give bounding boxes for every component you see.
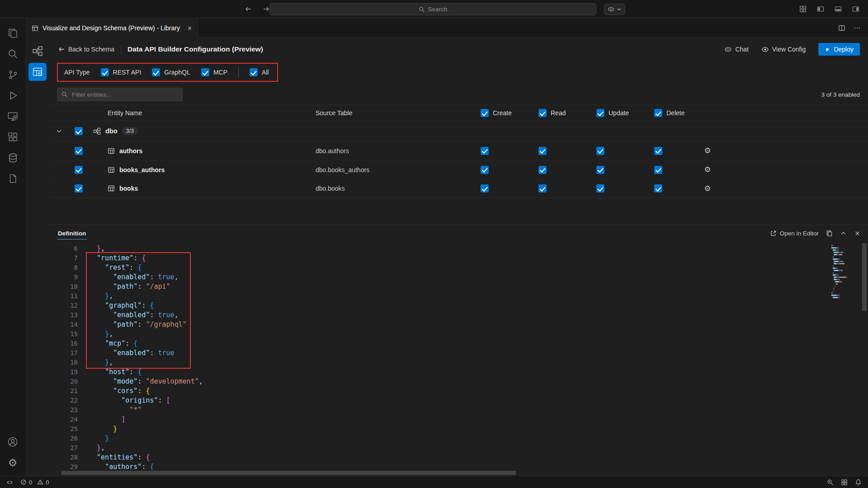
command-center-search[interactable]: Search bbox=[269, 3, 596, 15]
entity-row[interactable]: authors dbo.authors ⚙ bbox=[50, 141, 868, 160]
update-all-checkbox[interactable] bbox=[596, 109, 604, 117]
data-api-builder-icon[interactable] bbox=[28, 63, 47, 81]
json-code-editor[interactable]: 6 },7 "runtime": {8 "rest": {9 "enabled"… bbox=[50, 242, 868, 470]
server-connections-icon[interactable] bbox=[2, 106, 24, 127]
delete-checkbox[interactable] bbox=[654, 147, 662, 155]
code-lines: 6 },7 "runtime": {8 "rest": {9 "enabled"… bbox=[50, 242, 868, 470]
filter-entities-input[interactable] bbox=[71, 91, 178, 99]
entity-checkbox[interactable] bbox=[75, 166, 83, 174]
api-type-options: REST API GraphQL MCP bbox=[101, 68, 228, 76]
delete-checkbox[interactable] bbox=[654, 166, 662, 174]
copy-icon[interactable] bbox=[826, 230, 833, 237]
read-checkbox[interactable] bbox=[538, 147, 547, 155]
entity-settings-gear-icon[interactable]: ⚙ bbox=[704, 147, 711, 155]
warnings-count: 0 bbox=[46, 479, 49, 486]
all-label: All bbox=[262, 69, 269, 76]
minimap[interactable] bbox=[830, 245, 856, 299]
extension-status-icon[interactable] bbox=[841, 479, 848, 486]
collapse-panel-icon[interactable] bbox=[840, 230, 847, 237]
table-icon bbox=[108, 185, 115, 192]
entity-checkbox[interactable] bbox=[75, 184, 83, 192]
update-checkbox[interactable] bbox=[596, 184, 604, 192]
filter-entities-input-box[interactable] bbox=[57, 88, 183, 101]
schema-group-row-dbo[interactable]: dbo 3/3 bbox=[50, 121, 868, 141]
play-icon bbox=[825, 47, 830, 52]
extensions-icon[interactable] bbox=[2, 127, 24, 147]
entity-row[interactable]: books dbo.books ⚙ bbox=[50, 179, 868, 198]
database-projects-icon[interactable] bbox=[2, 168, 24, 189]
back-arrow-icon[interactable] bbox=[243, 4, 253, 14]
chevron-down-icon[interactable] bbox=[50, 128, 68, 135]
run-debug-icon[interactable] bbox=[2, 85, 24, 106]
all-checkbox[interactable] bbox=[250, 68, 258, 76]
update-checkbox[interactable] bbox=[596, 147, 604, 155]
view-config-button[interactable]: View Config bbox=[761, 46, 806, 53]
read-checkbox[interactable] bbox=[538, 166, 547, 174]
delete-all-checkbox[interactable] bbox=[654, 109, 662, 117]
explorer-icon[interactable] bbox=[2, 23, 24, 43]
tab-visualize-design-schema[interactable]: Visualize and Design Schema (Preview) - … bbox=[25, 18, 198, 38]
group-name: dbo bbox=[105, 127, 118, 135]
create-checkbox[interactable] bbox=[481, 166, 489, 174]
column-delete: Delete bbox=[666, 109, 684, 117]
entity-table-header: Entity Name Source Table Create Read Upd… bbox=[50, 105, 868, 121]
create-checkbox[interactable] bbox=[481, 147, 489, 155]
api-type-option[interactable]: MCP bbox=[201, 68, 227, 76]
search-icon[interactable] bbox=[2, 43, 24, 64]
settings-gear-icon[interactable]: ⚙ bbox=[2, 452, 24, 473]
vertical-scrollbar[interactable] bbox=[862, 243, 867, 311]
create-all-checkbox[interactable] bbox=[481, 109, 489, 117]
zoom-status-icon[interactable] bbox=[827, 479, 834, 486]
problems-indicator[interactable]: 0 0 bbox=[20, 479, 49, 486]
api-type-option[interactable]: GraphQL bbox=[152, 68, 190, 76]
entity-settings-gear-icon[interactable]: ⚙ bbox=[704, 166, 711, 174]
divider bbox=[238, 67, 239, 77]
api-type-checkbox[interactable] bbox=[152, 68, 160, 76]
group-checkbox[interactable] bbox=[75, 127, 83, 135]
api-type-checkbox[interactable] bbox=[101, 68, 109, 76]
split-editor-icon[interactable] bbox=[838, 24, 845, 32]
api-option-all[interactable]: All bbox=[250, 68, 269, 76]
read-checkbox[interactable] bbox=[538, 184, 547, 192]
delete-checkbox[interactable] bbox=[654, 184, 662, 192]
api-type-option[interactable]: REST API bbox=[101, 68, 142, 76]
create-checkbox[interactable] bbox=[481, 184, 489, 192]
toggle-panel-icon[interactable] bbox=[833, 4, 843, 14]
database-icon[interactable] bbox=[2, 147, 24, 168]
entity-source-table: dbo.books_authors bbox=[297, 166, 456, 174]
vscode-window: Search bbox=[0, 0, 868, 488]
horizontal-scrollbar[interactable] bbox=[61, 471, 516, 475]
enabled-summary: 3 of 3 enabled bbox=[821, 91, 860, 98]
column-entity-name: Entity Name bbox=[90, 109, 297, 117]
entity-name: authors bbox=[119, 147, 142, 155]
update-checkbox[interactable] bbox=[596, 166, 604, 174]
chat-button[interactable]: Chat bbox=[724, 46, 749, 53]
page-title: Data API Builder Configuration (Preview) bbox=[127, 45, 263, 53]
definition-tab[interactable]: Definition bbox=[57, 225, 87, 241]
account-icon[interactable] bbox=[2, 432, 24, 452]
schema-diagram-icon[interactable] bbox=[30, 43, 45, 59]
more-actions-icon[interactable] bbox=[854, 24, 861, 32]
entity-settings-gear-icon[interactable]: ⚙ bbox=[704, 185, 711, 192]
tab-close-icon[interactable] bbox=[187, 25, 193, 31]
column-source-table: Source Table bbox=[297, 109, 456, 117]
notifications-bell-icon[interactable] bbox=[855, 479, 862, 486]
toggle-secondary-sidebar-icon[interactable] bbox=[851, 4, 861, 14]
entity-row[interactable]: books_authors dbo.books_authors ⚙ bbox=[50, 160, 868, 179]
deploy-button[interactable]: Deploy bbox=[818, 43, 860, 56]
read-all-checkbox[interactable] bbox=[538, 109, 547, 117]
open-in-editor-button[interactable]: Open in Editor bbox=[770, 230, 819, 237]
entity-checkbox[interactable] bbox=[75, 147, 83, 155]
source-control-icon[interactable] bbox=[2, 64, 24, 85]
toggle-sidebar-icon[interactable] bbox=[816, 4, 826, 14]
customize-layout-icon[interactable] bbox=[798, 4, 808, 14]
api-type-checkbox[interactable] bbox=[201, 68, 209, 76]
back-to-schema-button[interactable]: Back to Schema bbox=[58, 46, 114, 53]
remote-indicator-icon[interactable] bbox=[6, 479, 13, 486]
history-navigation bbox=[243, 0, 271, 18]
api-type-label: API Type bbox=[64, 69, 90, 76]
close-panel-icon[interactable] bbox=[854, 230, 861, 237]
api-type-option-label: REST API bbox=[113, 69, 142, 76]
api-type-option-label: GraphQL bbox=[164, 69, 190, 76]
copilot-dropdown-button[interactable] bbox=[604, 4, 625, 15]
